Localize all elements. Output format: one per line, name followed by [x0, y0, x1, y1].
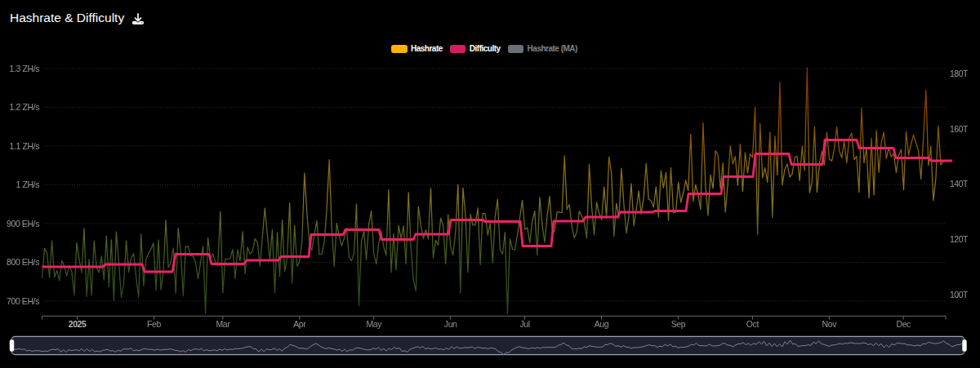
svg-text:800 EH/s: 800 EH/s [7, 257, 39, 267]
svg-text:Nov: Nov [822, 319, 838, 329]
svg-text:Feb: Feb [147, 319, 161, 329]
svg-text:160T: 160T [950, 124, 969, 134]
svg-text:700 EH/s: 700 EH/s [7, 296, 39, 306]
svg-text:100T: 100T [950, 290, 969, 299]
svg-text:May: May [366, 319, 382, 329]
svg-text:Oct: Oct [746, 319, 760, 329]
svg-text:2025: 2025 [69, 319, 87, 329]
svg-text:Sep: Sep [671, 319, 686, 329]
svg-text:Aug: Aug [595, 319, 609, 329]
svg-text:1.1 ZH/s: 1.1 ZH/s [10, 141, 40, 151]
svg-text:120T: 120T [950, 234, 969, 244]
svg-text:Apr: Apr [293, 319, 306, 329]
svg-text:1.2 ZH/s: 1.2 ZH/s [10, 102, 40, 112]
svg-text:1.3 ZH/s: 1.3 ZH/s [10, 64, 40, 73]
svg-text:Mar: Mar [216, 319, 230, 329]
svg-text:140T: 140T [950, 179, 969, 188]
svg-text:1 ZH/s: 1 ZH/s [16, 180, 39, 189]
svg-text:Dec: Dec [896, 319, 911, 329]
svg-text:180T: 180T [950, 69, 969, 78]
svg-text:Jul: Jul [519, 319, 529, 329]
svg-text:900 EH/s: 900 EH/s [7, 219, 39, 228]
svg-text:Jun: Jun [444, 319, 457, 329]
